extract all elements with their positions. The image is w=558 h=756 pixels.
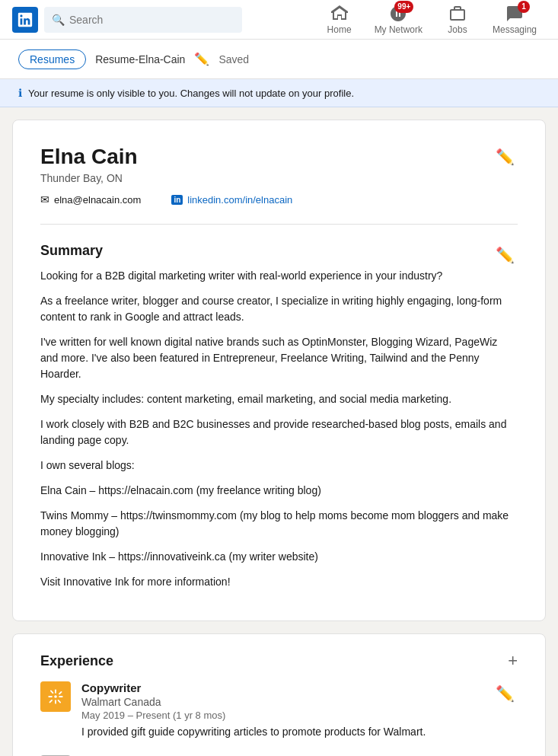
svg-rect-5 bbox=[50, 690, 54, 694]
summary-p9: Innovative Ink – https://innovativeink.c… bbox=[40, 549, 518, 565]
nav-item-network[interactable]: 99+ My Network bbox=[365, 2, 432, 38]
mail-icon: ✉ bbox=[40, 193, 49, 206]
profile-header: Elna Cain Thunder Bay, ON ✉ elna@elnacai… bbox=[40, 145, 518, 206]
resume-card: Elna Cain Thunder Bay, ON ✉ elna@elnacai… bbox=[12, 120, 546, 621]
linkedin-item: in linkedin.com/in/elnacain bbox=[171, 194, 292, 206]
experience-title: Experience bbox=[40, 653, 113, 669]
network-icon: 99+ bbox=[389, 5, 407, 23]
profile-location: Thunder Bay, ON bbox=[40, 172, 518, 184]
summary-p1: Looking for a B2B digital marketing writ… bbox=[40, 268, 518, 284]
experience-header: Experience + bbox=[40, 652, 518, 669]
email-item: ✉ elna@elnacain.com bbox=[40, 193, 141, 206]
saved-label: Saved bbox=[218, 53, 249, 65]
info-banner: ℹ Your resume is only visible to you. Ch… bbox=[0, 79, 558, 107]
copywriter-company: Walmart Canada bbox=[81, 696, 482, 708]
messaging-badge: 1 bbox=[518, 1, 530, 13]
messaging-icon: 1 bbox=[505, 5, 524, 23]
profile-edit-button[interactable]: ✏️ bbox=[493, 145, 518, 169]
nav-item-jobs[interactable]: Jobs bbox=[435, 2, 480, 38]
info-icon: ℹ bbox=[18, 87, 22, 99]
summary-body: Looking for a B2B digital marketing writ… bbox=[40, 268, 518, 590]
email-address: elna@elnacain.com bbox=[54, 194, 141, 206]
svg-rect-4 bbox=[59, 696, 62, 697]
profile-name: Elna Cain bbox=[40, 145, 518, 169]
jobs-icon bbox=[448, 5, 467, 23]
svg-rect-3 bbox=[48, 696, 52, 697]
linkedin-link[interactable]: linkedin.com/in/elnacain bbox=[187, 194, 292, 206]
exp-item-copywriter: Copywriter Walmart Canada May 2019 – Pre… bbox=[40, 681, 518, 740]
summary-p6: I own several blogs: bbox=[40, 458, 518, 474]
copywriter-desc: I provided gift guide copywriting articl… bbox=[81, 724, 482, 740]
navbar: 🔍 Home 99+ My Network bbox=[0, 0, 558, 40]
nav-home-label: Home bbox=[327, 24, 352, 35]
summary-p8: Twins Mommy – https://twinsmommy.com (my… bbox=[40, 508, 518, 540]
breadcrumb-bar: Resumes Resume-Elna-Cain ✏️ Saved bbox=[0, 40, 558, 79]
summary-p5: I work closely with B2B and B2C business… bbox=[40, 416, 518, 448]
add-experience-button[interactable]: + bbox=[508, 652, 518, 669]
svg-rect-8 bbox=[59, 691, 62, 695]
nav-items: Home 99+ My Network Jobs bbox=[317, 2, 546, 38]
summary-divider bbox=[40, 224, 518, 225]
summary-p10: Visit Innovative Ink for more informatio… bbox=[40, 574, 518, 590]
summary-p7: Elna Cain – https://elnacain.com (my fre… bbox=[40, 483, 518, 499]
linkedin-logo[interactable] bbox=[12, 7, 38, 33]
copywriter-dates: May 2019 – Present (1 yr 8 mos) bbox=[81, 710, 482, 721]
experience-card: Experience + Copywriter bbox=[12, 633, 546, 756]
summary-p2: As a freelance writer, blogger and cours… bbox=[40, 293, 518, 325]
home-icon bbox=[330, 5, 349, 23]
summary-p3: I've written for well known digital nati… bbox=[40, 334, 518, 382]
nav-network-label: My Network bbox=[375, 24, 422, 35]
walmart-logo bbox=[40, 681, 71, 712]
search-input[interactable] bbox=[69, 14, 234, 26]
linkedin-icon: in bbox=[171, 195, 183, 205]
network-badge: 99+ bbox=[394, 1, 413, 13]
copywriter-title: Copywriter bbox=[81, 681, 482, 694]
copywriter-details: Copywriter Walmart Canada May 2019 – Pre… bbox=[81, 681, 482, 740]
search-bar[interactable]: 🔍 bbox=[44, 7, 242, 33]
svg-rect-1 bbox=[55, 689, 56, 693]
nav-messaging-label: Messaging bbox=[493, 24, 537, 35]
svg-point-0 bbox=[54, 695, 57, 698]
search-icon: 🔍 bbox=[52, 14, 65, 26]
nav-jobs-label: Jobs bbox=[448, 24, 467, 35]
contact-row: ✉ elna@elnacain.com in linkedin.com/in/e… bbox=[40, 193, 518, 206]
svg-rect-7 bbox=[49, 700, 53, 703]
resume-title: Resume-Elna-Cain bbox=[95, 53, 185, 65]
summary-section: Summary Looking for a B2B digital market… bbox=[40, 243, 518, 590]
svg-rect-2 bbox=[55, 700, 56, 703]
info-banner-text: Your resume is only visible to you. Chan… bbox=[28, 88, 354, 99]
copywriter-edit-button[interactable]: ✏️ bbox=[493, 681, 518, 706]
nav-item-messaging[interactable]: 1 Messaging bbox=[483, 2, 546, 38]
svg-rect-6 bbox=[57, 700, 61, 703]
resumes-button[interactable]: Resumes bbox=[18, 49, 86, 69]
summary-edit-button[interactable]: ✏️ bbox=[493, 243, 518, 267]
summary-p4: My specialty includes: content marketing… bbox=[40, 391, 518, 407]
nav-item-home[interactable]: Home bbox=[317, 2, 362, 38]
breadcrumb-edit-icon[interactable]: ✏️ bbox=[194, 52, 209, 66]
summary-title: Summary bbox=[40, 243, 518, 259]
main-content: Elna Cain Thunder Bay, ON ✉ elna@elnacai… bbox=[0, 107, 558, 756]
